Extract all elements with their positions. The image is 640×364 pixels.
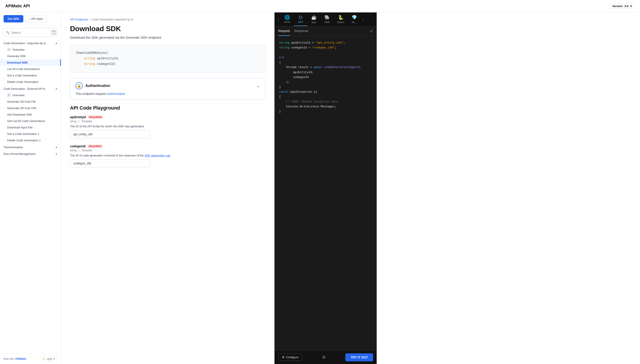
sidebar-section-transformation[interactable]: Transformation ∨ [0,144,61,150]
configure-button[interactable]: ⚙ Configure [278,354,302,361]
lang-tab-net[interactable]: ⬡ .NET [294,13,307,26]
sidebar-section-external[interactable]: Code Generation - External AP Is ∧ [0,85,61,92]
version-selector[interactable]: Version 3.0 ▾ [609,3,635,9]
sidebar-item-label: Overview [12,94,24,97]
param-description: The ID of the API Entity for which the S… [70,125,266,128]
api-spec-button[interactable]: ↓ API Spec [25,15,47,22]
lang-tab-java[interactable]: ☕ Java [307,12,320,26]
sidebar-item-label: Get List All Code Generations [7,119,45,123]
doc-icon: ≡ [7,48,11,51]
get-sdk-button[interactable]: Get SDK [4,15,23,22]
code-line: { [279,94,372,99]
copy-button[interactable]: ⧉ [321,353,327,361]
page-description: Download the SDK generated via the Gener… [70,36,266,39]
sidebar-item-delete-code-gen-1[interactable]: Delete Code Generation 1 [0,137,61,144]
sidebar-section-imported[interactable]: Code Generation - Imported Ap Is ∧ [0,40,61,46]
sidebar-footer: Built with APIMatic ☀ Light ▾ [0,354,61,364]
code-block: DownloadSDKAsync( string apiEntityId, st… [70,45,266,73]
param-name: apiEntityId [70,115,86,119]
search-bar[interactable]: 🔍 Ctrl + K [4,28,57,37]
sidebar-item-gen-sdkvia-file[interactable]: Generate SD Kvia File [0,98,61,105]
tab-request[interactable]: Request [278,26,290,36]
prev-lang-arrow[interactable]: ‹ [276,17,280,22]
collapse-icon-docs: ∧ [55,152,57,156]
lang-tab-ruby[interactable]: 💎 Ru... [348,12,361,26]
auth-desc: This endpoint requires [76,92,106,96]
sidebar-actions: Get SDK ↓ API Spec [0,12,61,25]
lang-tab-label: Python [337,21,344,24]
param-header: codegenId REQUIRED [70,144,266,148]
page-title: Download SDK [70,25,266,33]
lang-tab-python[interactable]: 🐍 Python [334,12,348,26]
sidebar-section-transformation-label: Transformation [4,146,23,149]
param-required-badge: REQUIRED [87,144,103,148]
sidebar-footer-brand: Built with APIMatic [4,357,26,360]
footer-brand: APIMatic [15,357,26,360]
param-type: string [70,120,76,123]
copy-icon: ⧉ [322,355,325,359]
code-keyword: string [84,62,95,66]
sidebar-item-label: Overview [12,48,24,51]
panel-tabs: Request Response ⤢ [275,26,377,36]
sidebar-item-overview-external[interactable]: ≡ Overview [0,92,61,98]
sidebar-item-overview-imported[interactable]: ≡ Overview [0,46,61,53]
param-description: The ID of code generation received in th… [70,154,266,157]
auth-header[interactable]: 🔒 Authentication ⌄ [76,82,260,89]
sidebar-item-label: Generate SD Kvia URL [7,106,37,110]
gear-icon: ⚙ [282,356,285,359]
auth-title: 🔒 Authentication [76,82,110,89]
code-line: { [279,60,372,65]
collapse-icon: ∧ [55,42,57,45]
auth-title-text: Authentication [85,84,110,88]
param-type: string [70,149,76,152]
sidebar-item-label: Get a Code Generation [7,74,37,77]
sidebar-item-get-download-sdk[interactable]: Get Download SDK [0,111,61,118]
try-it-out-button[interactable]: TRY IT OUT [345,353,373,361]
code-line-3: string codegenId) [76,61,259,67]
lang-tab-php[interactable]: 🐘 PHP [320,12,334,26]
sidebar-item-download-sdk[interactable]: Download SDK [0,59,61,66]
net-icon: ⬡ [299,15,302,20]
sidebar-section-docs-portal[interactable]: Docs Portal Management ∧ [0,150,61,157]
sun-icon: ☀ [42,357,45,361]
sidebar-item-generate-sdk[interactable]: Generate SDK [0,53,61,59]
sidebar-item-download-input-file[interactable]: Download Input File [0,124,61,131]
auth-link[interactable]: Authorization [107,92,125,96]
lang-tab-label: .NET [298,21,303,23]
expand-icon[interactable]: ⤢ [370,29,373,34]
sidebar-item-label: List All Code Generations [7,67,40,71]
theme-toggle[interactable]: ☀ Light ▾ [40,356,57,362]
search-input[interactable] [11,31,49,34]
python-icon: 🐍 [338,15,344,20]
search-shortcut: Ctrl + K [50,30,57,35]
lang-tab-http[interactable]: 🌐 HTTP [280,12,294,26]
sidebar-item-list-code-gen[interactable]: List All Code Generations [0,66,61,72]
app-logo: APIMatic API [5,4,30,8]
code-line: ); [279,80,372,85]
sidebar-item-label: Download SDK [7,61,28,64]
code-line: string codegenId = "codegen_id6"; [279,45,372,50]
sidebar: Get SDK ↓ API Spec 🔍 Ctrl + K Code Gener… [0,12,61,364]
main-layout: Get SDK ↓ API Spec 🔍 Ctrl + K Code Gener… [0,12,640,364]
lock-icon: 🔒 [76,82,83,89]
sidebar-item-get-list-code-gen[interactable]: Get List All Code Generations [0,118,61,124]
codegen-id-input[interactable] [70,159,150,167]
sidebar-item-gen-sdkvia-url[interactable]: Generate SD Kvia URL [0,105,61,111]
code-line: Console.WriteLine(e.Message); [279,104,372,109]
auth-card: 🔒 Authentication ⌄ This endpoint require… [70,78,266,100]
sidebar-item-get-code-gen-1[interactable]: Get a Code Generation 1 [0,131,61,137]
right-panel: ‹ 🌐 HTTP ⬡ .NET ☕ Java 🐘 PHP [274,12,377,364]
sidebar-section-imported-label: Code Generation - Imported Ap Is [4,42,46,45]
sidebar-item-get-code-gen[interactable]: Get a Code Generation [0,72,61,79]
sidebar-section-external-label: Code Generation - External AP Is [4,87,45,90]
search-icon: 🔍 [6,31,10,34]
code-keyword: string [84,57,95,60]
next-lang-arrow[interactable]: › [361,17,365,22]
sidebar-item-delete-code-gen[interactable]: Delete Code Generation [0,79,61,85]
sidebar-item-label: Delete Code Generation [7,80,38,84]
tab-response[interactable]: Response [294,26,308,36]
sdk-gen-call-link[interactable]: SDK generation call. [144,154,171,157]
lang-tabs: ‹ 🌐 HTTP ⬡ .NET ☕ Java 🐘 PHP [275,12,377,26]
breadcrumb-home[interactable]: API Endpoints [70,18,88,21]
api-entity-id-input[interactable] [70,130,150,138]
